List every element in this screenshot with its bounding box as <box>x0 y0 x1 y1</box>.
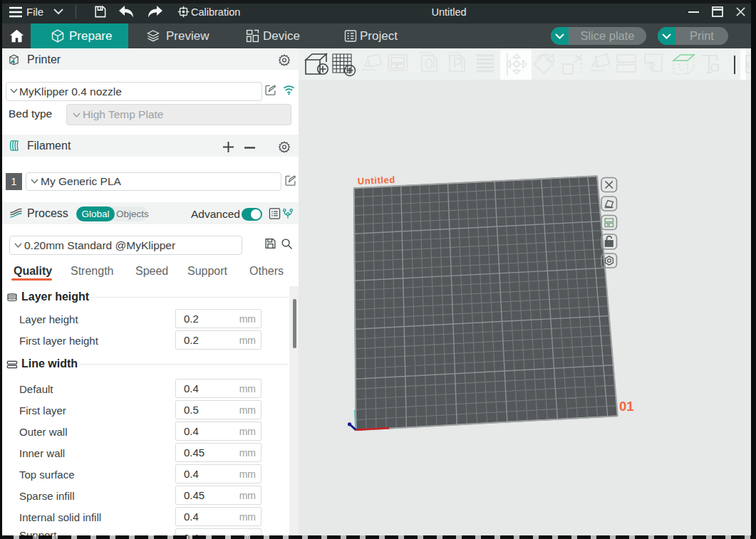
svg-text:01: 01 <box>619 399 634 414</box>
svg-text:Untitled: Untitled <box>357 174 395 187</box>
